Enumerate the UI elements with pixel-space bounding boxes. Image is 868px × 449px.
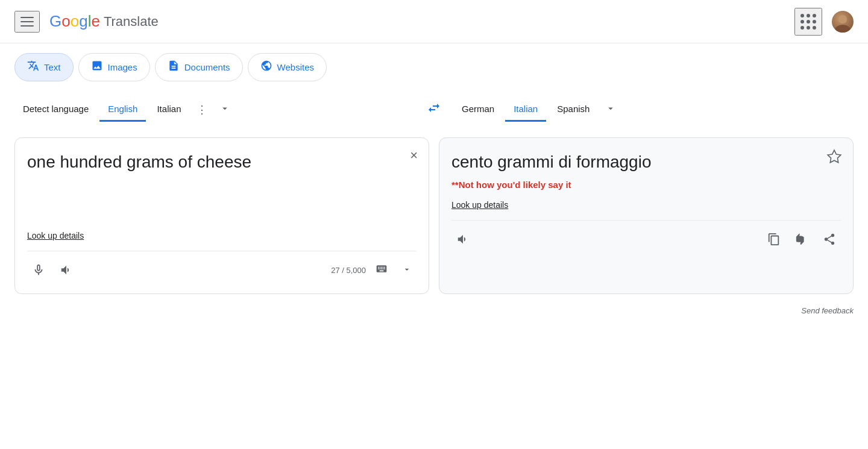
target-action-buttons xyxy=(763,228,841,251)
target-spanish-button[interactable]: Spanish xyxy=(549,98,598,122)
target-lookup-link[interactable]: Look up details xyxy=(451,200,508,210)
mic-icon xyxy=(32,263,45,277)
app-header: Google Translate xyxy=(0,0,868,43)
document-icon xyxy=(168,60,180,72)
chevron-down-icon xyxy=(219,103,230,114)
translated-text: cento grammi di formaggio xyxy=(451,150,841,174)
tab-bar: Text Images Documents Websites xyxy=(0,43,868,81)
menu-button[interactable] xyxy=(14,11,40,33)
avatar-svg xyxy=(832,11,854,33)
header-right xyxy=(794,8,854,36)
source-italian-button[interactable]: Italian xyxy=(148,98,189,122)
keyboard-button[interactable] xyxy=(371,260,392,280)
target-italian-button[interactable]: Italian xyxy=(505,98,546,122)
source-lang-panel: Detect language English Italian ⋮ xyxy=(14,97,415,122)
detect-language-button[interactable]: Detect language xyxy=(14,98,97,122)
target-panel: cento grammi di formaggio **Not how you'… xyxy=(439,137,854,294)
language-selector-row: Detect language English Italian ⋮ German… xyxy=(0,81,868,125)
thumbs-up-down-icon xyxy=(795,233,808,246)
share-icon xyxy=(823,233,836,246)
header-left: Google Translate xyxy=(14,11,159,33)
source-lookup-container: Look up details xyxy=(27,230,417,241)
images-tab-icon xyxy=(91,60,103,75)
target-lookup-container: Look up details xyxy=(451,199,841,210)
target-german-button[interactable]: German xyxy=(453,98,503,122)
svg-point-1 xyxy=(835,25,851,33)
source-lookup-link[interactable]: Look up details xyxy=(27,231,84,240)
tab-websites-label: Websites xyxy=(277,62,314,72)
svg-point-0 xyxy=(838,15,847,24)
target-volume-icon xyxy=(456,233,470,246)
documents-tab-icon xyxy=(168,60,180,75)
logo[interactable]: Google Translate xyxy=(49,12,159,31)
tab-text[interactable]: Text xyxy=(14,53,74,81)
volume-icon xyxy=(60,263,73,277)
chevron-down-icon-target xyxy=(605,103,616,114)
tab-images[interactable]: Images xyxy=(78,53,150,81)
source-mic-button[interactable] xyxy=(27,259,50,281)
tab-images-label: Images xyxy=(108,62,137,72)
avatar[interactable] xyxy=(832,11,854,33)
tab-websites[interactable]: Websites xyxy=(248,53,327,81)
source-chevron-button[interactable] xyxy=(215,97,235,122)
source-volume-button[interactable] xyxy=(55,259,78,281)
source-text[interactable]: one hundred grams of cheese xyxy=(27,150,417,221)
swap-languages-button[interactable] xyxy=(420,93,448,125)
source-dropdown-button[interactable] xyxy=(397,262,417,278)
dropdown-icon xyxy=(402,265,412,274)
source-panel: one hundred grams of cheese × Look up de… xyxy=(14,137,429,294)
logo-google-text: Google xyxy=(49,12,100,31)
image-icon xyxy=(91,60,103,72)
target-chevron-button[interactable] xyxy=(600,97,621,122)
clear-button[interactable]: × xyxy=(410,149,418,162)
swap-icon xyxy=(427,101,441,115)
send-feedback[interactable]: Send feedback xyxy=(0,306,868,320)
share-button[interactable] xyxy=(818,228,841,251)
translate-icon xyxy=(27,60,39,72)
save-translation-button[interactable] xyxy=(826,149,842,167)
source-english-button[interactable]: English xyxy=(99,98,146,122)
target-panel-bottom xyxy=(451,220,841,251)
target-volume-button[interactable] xyxy=(451,228,474,251)
avatar-image xyxy=(832,11,854,33)
star-icon xyxy=(826,149,842,165)
char-count: 27 / 5,000 xyxy=(331,266,366,275)
tab-text-label: Text xyxy=(44,62,61,72)
globe-icon xyxy=(260,60,272,72)
thumbs-button[interactable] xyxy=(790,228,813,251)
text-tab-icon xyxy=(27,60,39,75)
tab-documents-label: Documents xyxy=(184,62,230,72)
copy-icon xyxy=(767,233,781,246)
translation-panels: one hundred grams of cheese × Look up de… xyxy=(0,125,868,306)
logo-translate-text: Translate xyxy=(104,14,159,30)
source-panel-bottom: 27 / 5,000 xyxy=(27,251,417,281)
target-lang-panel: German Italian Spanish xyxy=(453,97,854,122)
tab-documents[interactable]: Documents xyxy=(155,53,243,81)
feedback-text: **Not how you'd likely say it xyxy=(451,180,841,190)
apps-grid-icon xyxy=(800,14,816,30)
websites-tab-icon xyxy=(260,60,272,75)
source-more-options-button[interactable]: ⋮ xyxy=(192,97,212,122)
copy-button[interactable] xyxy=(763,228,785,251)
keyboard-icon xyxy=(376,263,388,275)
apps-button[interactable] xyxy=(794,8,822,36)
